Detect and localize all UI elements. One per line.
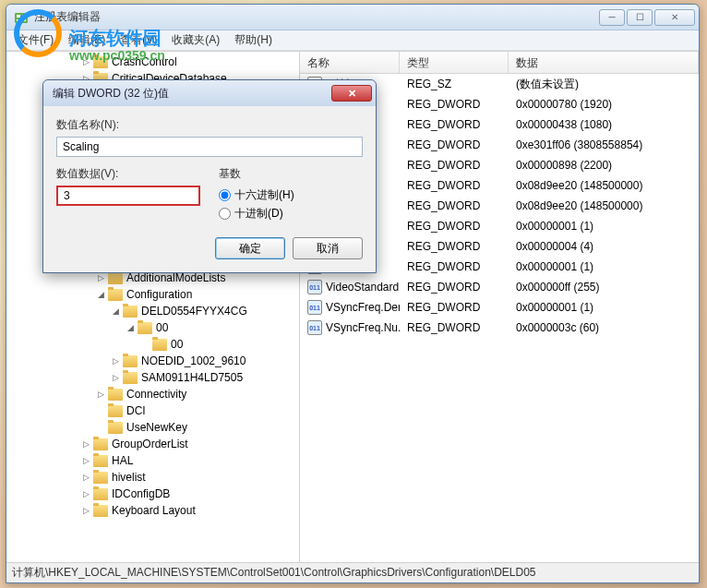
- cell-name: 011VSyncFreq.Den...: [300, 300, 400, 315]
- folder-icon: [93, 56, 108, 68]
- value-data-input[interactable]: [56, 186, 200, 206]
- menu-file[interactable]: 文件(F): [10, 30, 61, 50]
- svg-rect-2: [22, 15, 26, 18]
- tree-expander-icon[interactable]: ▷: [80, 488, 91, 499]
- tree-node[interactable]: ▷Keyboard Layout: [6, 502, 299, 519]
- tree-expander-icon[interactable]: ▷: [110, 355, 121, 366]
- cell-data: 0x00000001 (1): [509, 260, 699, 273]
- dialog-close-button[interactable]: ✕: [331, 85, 372, 102]
- radio-hex-row[interactable]: 十六进制(H): [219, 186, 363, 204]
- folder-icon: [123, 372, 138, 384]
- tree-expander-icon[interactable]: ◢: [125, 322, 136, 333]
- folder-icon: [152, 339, 167, 351]
- folder-icon: [108, 405, 123, 417]
- tree-expander-icon[interactable]: ▷: [110, 372, 121, 383]
- dialog-titlebar[interactable]: 编辑 DWORD (32 位)值 ✕: [43, 80, 376, 106]
- tree-expander-icon[interactable]: ▷: [80, 472, 91, 483]
- svg-rect-0: [15, 13, 28, 23]
- tree-node[interactable]: 00: [6, 336, 299, 353]
- cell-data: 0x00000898 (2200): [509, 159, 699, 172]
- tree-node[interactable]: DCI: [6, 402, 299, 419]
- col-header-name[interactable]: 名称: [300, 52, 400, 73]
- folder-icon: [108, 289, 123, 301]
- minimize-button[interactable]: ─: [599, 9, 625, 26]
- col-header-data[interactable]: 数据: [509, 52, 699, 73]
- dialog-title: 编辑 DWORD (32 位)值: [53, 86, 331, 102]
- col-header-type[interactable]: 类型: [400, 52, 509, 73]
- value-name-label: 数值名称(N):: [56, 117, 363, 133]
- tree-node[interactable]: ▷GroupOrderList: [6, 436, 299, 452]
- value-name-input[interactable]: [56, 137, 363, 157]
- cell-type: REG_DWORD: [400, 118, 509, 131]
- tree-label: AdditionalModeLists: [126, 271, 225, 284]
- cell-type: REG_DWORD: [400, 220, 509, 233]
- folder-icon: [108, 422, 123, 434]
- cell-type: REG_DWORD: [400, 159, 509, 172]
- radio-dec-row[interactable]: 十进制(D): [219, 204, 363, 222]
- folder-icon: [123, 306, 138, 318]
- tree-label: GroupOrderList: [112, 438, 188, 450]
- tree-expander-icon[interactable]: [95, 405, 106, 416]
- cell-type: REG_DWORD: [400, 199, 509, 212]
- tree-expander-icon[interactable]: ▷: [95, 272, 106, 283]
- close-button[interactable]: ✕: [654, 9, 695, 26]
- titlebar[interactable]: 注册表编辑器 ─ ☐ ✕: [6, 5, 699, 30]
- cell-data: 0x00000004 (4): [509, 240, 699, 253]
- tree-node[interactable]: ◢DELD0554FYYX4CG: [6, 303, 299, 319]
- tree-label: SAM0911H4LD7505: [141, 371, 243, 384]
- tree-expander-icon[interactable]: [95, 422, 106, 433]
- tree-label: IDConfigDB: [112, 487, 170, 500]
- tree-expander-icon[interactable]: ▷: [80, 455, 91, 466]
- cell-type: REG_DWORD: [400, 301, 509, 314]
- cell-data: 0x00000001 (1): [509, 301, 699, 314]
- tree-node[interactable]: ▷CrashControl: [6, 54, 299, 70]
- tree-expander-icon[interactable]: ▷: [80, 505, 91, 516]
- svg-rect-1: [17, 15, 20, 18]
- tree-node[interactable]: ▷HAL: [6, 452, 299, 469]
- folder-icon: [93, 438, 108, 450]
- value-data-label: 数值数据(V):: [56, 166, 200, 182]
- base-label: 基数: [219, 166, 363, 182]
- window-title: 注册表编辑器: [34, 9, 599, 25]
- window-controls: ─ ☐ ✕: [599, 9, 695, 26]
- radio-dec[interactable]: [219, 208, 231, 220]
- tree-expander-icon[interactable]: ◢: [95, 289, 106, 300]
- tree-expander-icon[interactable]: ▷: [80, 56, 91, 67]
- cancel-button[interactable]: 取消: [293, 237, 363, 259]
- tree-expander-icon[interactable]: ▷: [95, 389, 106, 400]
- menu-favorites[interactable]: 收藏夹(A): [164, 30, 227, 50]
- folder-icon: [93, 488, 108, 500]
- tree-label: Connectivity: [126, 388, 186, 401]
- radio-dec-label: 十进制(D): [234, 206, 283, 222]
- tree-label: HAL: [112, 454, 133, 467]
- cell-type: REG_DWORD: [400, 321, 509, 334]
- menu-edit[interactable]: 编辑(E): [61, 30, 113, 50]
- tree-node[interactable]: ◢00: [6, 319, 299, 336]
- tree-node[interactable]: ▷Connectivity: [6, 386, 299, 402]
- menu-help[interactable]: 帮助(H): [227, 30, 280, 50]
- menu-view[interactable]: 查看(V): [113, 30, 164, 50]
- cell-data: 0x08d9ee20 (148500000): [509, 179, 699, 192]
- list-row[interactable]: 011VideoStandardREG_DWORD0x000000ff (255…: [300, 277, 699, 297]
- statusbar: 计算机\HKEY_LOCAL_MACHINE\SYSTEM\ControlSet…: [6, 562, 699, 582]
- ok-button[interactable]: 确定: [215, 237, 285, 259]
- svg-rect-3: [17, 19, 26, 21]
- dword-value-icon: 011: [307, 300, 322, 315]
- app-icon: [14, 10, 29, 25]
- tree-node[interactable]: ◢Configuration: [6, 286, 299, 303]
- tree-node[interactable]: ▷SAM0911H4LD7505: [6, 369, 299, 386]
- list-row[interactable]: 011VSyncFreq.Nu...REG_DWORD0x0000003c (6…: [300, 318, 699, 338]
- tree-node[interactable]: UseNewKey: [6, 419, 299, 436]
- tree-expander-icon[interactable]: ▷: [80, 438, 91, 450]
- tree-node[interactable]: ▷hivelist: [6, 469, 299, 486]
- tree-expander-icon[interactable]: ◢: [110, 306, 121, 317]
- maximize-button[interactable]: ☐: [627, 9, 653, 26]
- list-row[interactable]: 011VSyncFreq.Den...REG_DWORD0x00000001 (…: [300, 297, 699, 318]
- tree-node[interactable]: ▷NOEDID_1002_9610: [6, 353, 299, 369]
- radio-hex[interactable]: [219, 189, 231, 201]
- dword-value-icon: 011: [307, 280, 322, 294]
- tree-label: hivelist: [112, 471, 146, 484]
- tree-expander-icon[interactable]: [139, 339, 150, 350]
- tree-node[interactable]: ▷IDConfigDB: [6, 486, 299, 502]
- cell-data: 0x00000001 (1): [509, 220, 699, 233]
